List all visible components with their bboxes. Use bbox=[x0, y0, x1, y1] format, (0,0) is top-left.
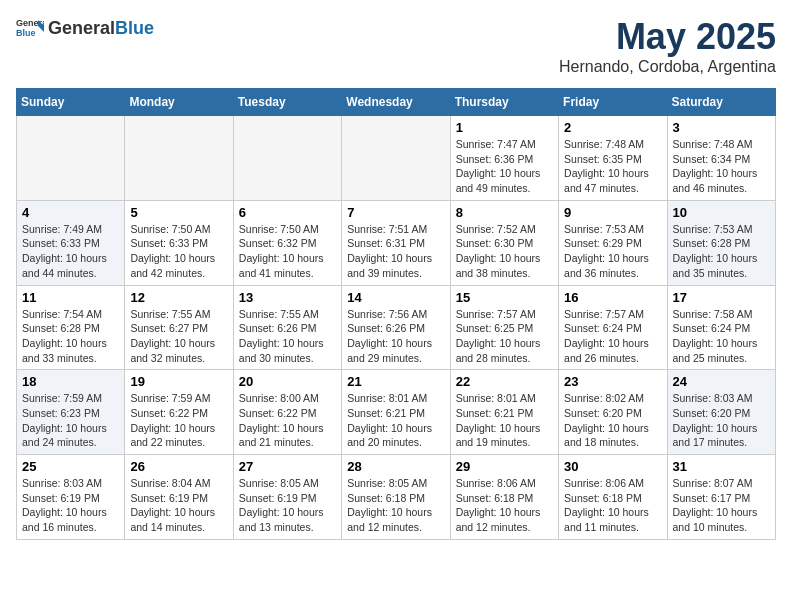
day-info: Sunrise: 8:01 AM Sunset: 6:21 PM Dayligh… bbox=[347, 391, 444, 450]
calendar-day-cell bbox=[233, 116, 341, 201]
day-number: 9 bbox=[564, 205, 661, 220]
calendar-day-cell: 2Sunrise: 7:48 AM Sunset: 6:35 PM Daylig… bbox=[559, 116, 667, 201]
day-info: Sunrise: 8:02 AM Sunset: 6:20 PM Dayligh… bbox=[564, 391, 661, 450]
day-info: Sunrise: 7:59 AM Sunset: 6:23 PM Dayligh… bbox=[22, 391, 119, 450]
day-number: 11 bbox=[22, 290, 119, 305]
calendar-day-cell: 20Sunrise: 8:00 AM Sunset: 6:22 PM Dayli… bbox=[233, 370, 341, 455]
weekday-header: Tuesday bbox=[233, 89, 341, 116]
calendar-day-cell: 21Sunrise: 8:01 AM Sunset: 6:21 PM Dayli… bbox=[342, 370, 450, 455]
calendar-week-row: 25Sunrise: 8:03 AM Sunset: 6:19 PM Dayli… bbox=[17, 455, 776, 540]
day-info: Sunrise: 7:53 AM Sunset: 6:28 PM Dayligh… bbox=[673, 222, 770, 281]
calendar-day-cell: 9Sunrise: 7:53 AM Sunset: 6:29 PM Daylig… bbox=[559, 200, 667, 285]
day-info: Sunrise: 7:48 AM Sunset: 6:34 PM Dayligh… bbox=[673, 137, 770, 196]
day-number: 8 bbox=[456, 205, 553, 220]
calendar-day-cell: 16Sunrise: 7:57 AM Sunset: 6:24 PM Dayli… bbox=[559, 285, 667, 370]
day-number: 16 bbox=[564, 290, 661, 305]
day-info: Sunrise: 7:54 AM Sunset: 6:28 PM Dayligh… bbox=[22, 307, 119, 366]
calendar-week-row: 1Sunrise: 7:47 AM Sunset: 6:36 PM Daylig… bbox=[17, 116, 776, 201]
day-number: 10 bbox=[673, 205, 770, 220]
calendar-day-cell: 17Sunrise: 7:58 AM Sunset: 6:24 PM Dayli… bbox=[667, 285, 775, 370]
day-number: 21 bbox=[347, 374, 444, 389]
calendar-day-cell: 4Sunrise: 7:49 AM Sunset: 6:33 PM Daylig… bbox=[17, 200, 125, 285]
day-info: Sunrise: 8:03 AM Sunset: 6:19 PM Dayligh… bbox=[22, 476, 119, 535]
calendar-day-cell: 5Sunrise: 7:50 AM Sunset: 6:33 PM Daylig… bbox=[125, 200, 233, 285]
day-info: Sunrise: 7:47 AM Sunset: 6:36 PM Dayligh… bbox=[456, 137, 553, 196]
day-info: Sunrise: 8:04 AM Sunset: 6:19 PM Dayligh… bbox=[130, 476, 227, 535]
day-info: Sunrise: 7:52 AM Sunset: 6:30 PM Dayligh… bbox=[456, 222, 553, 281]
calendar-day-cell: 18Sunrise: 7:59 AM Sunset: 6:23 PM Dayli… bbox=[17, 370, 125, 455]
calendar-day-cell: 26Sunrise: 8:04 AM Sunset: 6:19 PM Dayli… bbox=[125, 455, 233, 540]
day-number: 29 bbox=[456, 459, 553, 474]
calendar-day-cell: 29Sunrise: 8:06 AM Sunset: 6:18 PM Dayli… bbox=[450, 455, 558, 540]
weekday-header: Wednesday bbox=[342, 89, 450, 116]
day-info: Sunrise: 7:59 AM Sunset: 6:22 PM Dayligh… bbox=[130, 391, 227, 450]
svg-marker-3 bbox=[38, 26, 44, 32]
calendar-day-cell: 14Sunrise: 7:56 AM Sunset: 6:26 PM Dayli… bbox=[342, 285, 450, 370]
calendar-day-cell: 7Sunrise: 7:51 AM Sunset: 6:31 PM Daylig… bbox=[342, 200, 450, 285]
weekday-header: Saturday bbox=[667, 89, 775, 116]
day-number: 15 bbox=[456, 290, 553, 305]
logo-general: General bbox=[48, 18, 115, 38]
day-info: Sunrise: 8:06 AM Sunset: 6:18 PM Dayligh… bbox=[564, 476, 661, 535]
day-info: Sunrise: 7:56 AM Sunset: 6:26 PM Dayligh… bbox=[347, 307, 444, 366]
day-number: 13 bbox=[239, 290, 336, 305]
logo: General Blue GeneralBlue bbox=[16, 16, 154, 40]
day-number: 6 bbox=[239, 205, 336, 220]
day-info: Sunrise: 8:07 AM Sunset: 6:17 PM Dayligh… bbox=[673, 476, 770, 535]
day-info: Sunrise: 7:57 AM Sunset: 6:25 PM Dayligh… bbox=[456, 307, 553, 366]
title-block: May 2025 Hernando, Cordoba, Argentina bbox=[559, 16, 776, 76]
logo-blue: Blue bbox=[115, 18, 154, 38]
calendar-day-cell: 31Sunrise: 8:07 AM Sunset: 6:17 PM Dayli… bbox=[667, 455, 775, 540]
calendar-day-cell: 23Sunrise: 8:02 AM Sunset: 6:20 PM Dayli… bbox=[559, 370, 667, 455]
calendar-day-cell: 30Sunrise: 8:06 AM Sunset: 6:18 PM Dayli… bbox=[559, 455, 667, 540]
day-number: 31 bbox=[673, 459, 770, 474]
day-number: 17 bbox=[673, 290, 770, 305]
day-number: 19 bbox=[130, 374, 227, 389]
calendar-week-row: 4Sunrise: 7:49 AM Sunset: 6:33 PM Daylig… bbox=[17, 200, 776, 285]
day-number: 5 bbox=[130, 205, 227, 220]
calendar-day-cell: 24Sunrise: 8:03 AM Sunset: 6:20 PM Dayli… bbox=[667, 370, 775, 455]
day-info: Sunrise: 8:00 AM Sunset: 6:22 PM Dayligh… bbox=[239, 391, 336, 450]
calendar-day-cell: 22Sunrise: 8:01 AM Sunset: 6:21 PM Dayli… bbox=[450, 370, 558, 455]
day-number: 20 bbox=[239, 374, 336, 389]
weekday-header: Monday bbox=[125, 89, 233, 116]
day-info: Sunrise: 7:57 AM Sunset: 6:24 PM Dayligh… bbox=[564, 307, 661, 366]
calendar-table: SundayMondayTuesdayWednesdayThursdayFrid… bbox=[16, 88, 776, 540]
calendar-day-cell: 19Sunrise: 7:59 AM Sunset: 6:22 PM Dayli… bbox=[125, 370, 233, 455]
day-number: 1 bbox=[456, 120, 553, 135]
day-info: Sunrise: 8:03 AM Sunset: 6:20 PM Dayligh… bbox=[673, 391, 770, 450]
day-info: Sunrise: 7:55 AM Sunset: 6:27 PM Dayligh… bbox=[130, 307, 227, 366]
weekday-header: Sunday bbox=[17, 89, 125, 116]
day-number: 18 bbox=[22, 374, 119, 389]
page-header: General Blue GeneralBlue May 2025 Hernan… bbox=[16, 16, 776, 76]
calendar-week-row: 18Sunrise: 7:59 AM Sunset: 6:23 PM Dayli… bbox=[17, 370, 776, 455]
day-number: 30 bbox=[564, 459, 661, 474]
svg-text:Blue: Blue bbox=[16, 28, 36, 38]
calendar-day-cell: 3Sunrise: 7:48 AM Sunset: 6:34 PM Daylig… bbox=[667, 116, 775, 201]
day-number: 27 bbox=[239, 459, 336, 474]
day-info: Sunrise: 7:49 AM Sunset: 6:33 PM Dayligh… bbox=[22, 222, 119, 281]
day-number: 12 bbox=[130, 290, 227, 305]
day-info: Sunrise: 7:55 AM Sunset: 6:26 PM Dayligh… bbox=[239, 307, 336, 366]
calendar-day-cell: 1Sunrise: 7:47 AM Sunset: 6:36 PM Daylig… bbox=[450, 116, 558, 201]
calendar-day-cell bbox=[125, 116, 233, 201]
calendar-week-row: 11Sunrise: 7:54 AM Sunset: 6:28 PM Dayli… bbox=[17, 285, 776, 370]
calendar-day-cell: 25Sunrise: 8:03 AM Sunset: 6:19 PM Dayli… bbox=[17, 455, 125, 540]
day-number: 14 bbox=[347, 290, 444, 305]
calendar-day-cell: 28Sunrise: 8:05 AM Sunset: 6:18 PM Dayli… bbox=[342, 455, 450, 540]
day-number: 2 bbox=[564, 120, 661, 135]
calendar-title: May 2025 bbox=[559, 16, 776, 58]
calendar-day-cell: 10Sunrise: 7:53 AM Sunset: 6:28 PM Dayli… bbox=[667, 200, 775, 285]
logo-icon: General Blue bbox=[16, 16, 44, 40]
calendar-subtitle: Hernando, Cordoba, Argentina bbox=[559, 58, 776, 76]
calendar-day-cell: 11Sunrise: 7:54 AM Sunset: 6:28 PM Dayli… bbox=[17, 285, 125, 370]
calendar-day-cell: 6Sunrise: 7:50 AM Sunset: 6:32 PM Daylig… bbox=[233, 200, 341, 285]
day-number: 24 bbox=[673, 374, 770, 389]
day-info: Sunrise: 7:50 AM Sunset: 6:33 PM Dayligh… bbox=[130, 222, 227, 281]
day-info: Sunrise: 7:51 AM Sunset: 6:31 PM Dayligh… bbox=[347, 222, 444, 281]
day-number: 7 bbox=[347, 205, 444, 220]
day-number: 22 bbox=[456, 374, 553, 389]
day-number: 4 bbox=[22, 205, 119, 220]
day-number: 25 bbox=[22, 459, 119, 474]
day-number: 28 bbox=[347, 459, 444, 474]
